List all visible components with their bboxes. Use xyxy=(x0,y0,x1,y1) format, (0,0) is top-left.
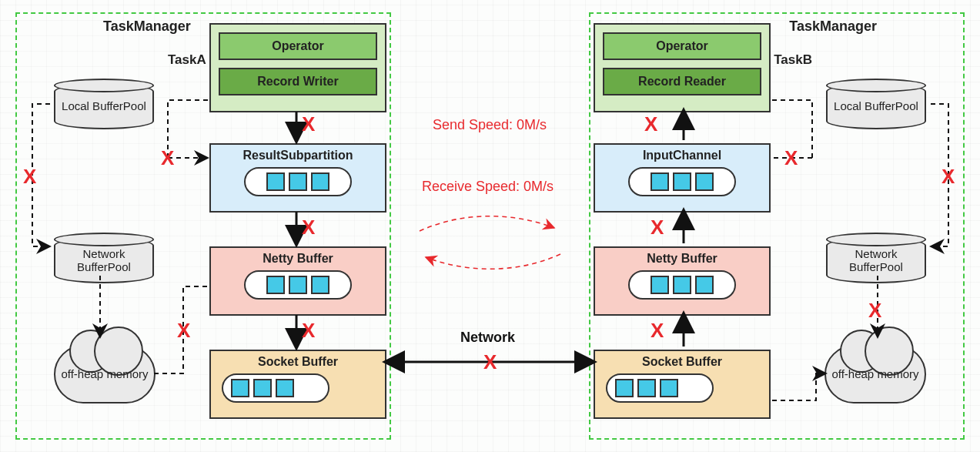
x-icon: X xyxy=(784,146,798,170)
x-icon: X xyxy=(302,216,315,239)
operator-right: Operator xyxy=(603,32,761,60)
netty-buffer-right: Netty Buffer xyxy=(594,246,771,316)
task-a-box: Operator Record Writer xyxy=(209,23,386,112)
buffer-pill-icon xyxy=(244,167,352,196)
netty-buffer-left: Netty Buffer xyxy=(209,246,386,316)
send-speed-label: Send Speed: 0M/s xyxy=(433,117,547,133)
socket-buffer-right: Socket Buffer xyxy=(594,350,771,419)
x-icon: X xyxy=(23,165,36,189)
network-label: Network xyxy=(460,330,515,346)
result-subpartition: ResultSubpartition xyxy=(209,143,386,213)
socket-buffer-left: Socket Buffer xyxy=(209,350,386,419)
local-bufferpool-right: Local BufferPool xyxy=(826,83,926,129)
x-icon: X xyxy=(651,216,664,239)
taskmanager-left: TaskManager Local BufferPool Network Buf… xyxy=(15,12,391,440)
record-writer: Record Writer xyxy=(219,68,377,95)
taskmanager-right: TaskManager Local BufferPool Network Buf… xyxy=(589,12,965,440)
tm-right-title: TaskManager xyxy=(789,18,877,35)
record-reader: Record Reader xyxy=(603,68,761,95)
x-icon: X xyxy=(302,319,315,343)
x-icon: X xyxy=(942,165,955,189)
input-channel: InputChannel xyxy=(594,143,771,213)
x-icon: X xyxy=(161,146,174,170)
x-icon: X xyxy=(302,112,315,136)
offheap-left: off-heap memory xyxy=(54,345,156,403)
buffer-pill-icon xyxy=(606,373,714,403)
buffer-pill-icon xyxy=(628,270,736,300)
x-icon: X xyxy=(483,350,497,374)
receive-speed-label: Receive Speed: 0M/s xyxy=(422,179,554,195)
offheap-right: off-heap memory xyxy=(824,345,926,403)
buffer-pill-icon xyxy=(244,270,352,300)
buffer-pill-icon xyxy=(222,373,329,403)
operator-left: Operator xyxy=(219,32,377,60)
task-b-box: Operator Record Reader xyxy=(594,23,771,112)
buffer-pill-icon xyxy=(628,167,736,196)
task-b-label: TaskB xyxy=(774,52,812,68)
x-icon: X xyxy=(651,319,664,343)
network-bufferpool-right: Network BufferPool xyxy=(826,237,926,283)
task-a-label: TaskA xyxy=(168,52,206,68)
network-bufferpool-left: Network BufferPool xyxy=(54,237,154,283)
tm-left-title: TaskManager xyxy=(103,18,191,35)
x-icon: X xyxy=(868,299,881,323)
x-icon: X xyxy=(177,319,190,343)
x-icon: X xyxy=(644,112,657,136)
local-bufferpool-left: Local BufferPool xyxy=(54,83,154,129)
